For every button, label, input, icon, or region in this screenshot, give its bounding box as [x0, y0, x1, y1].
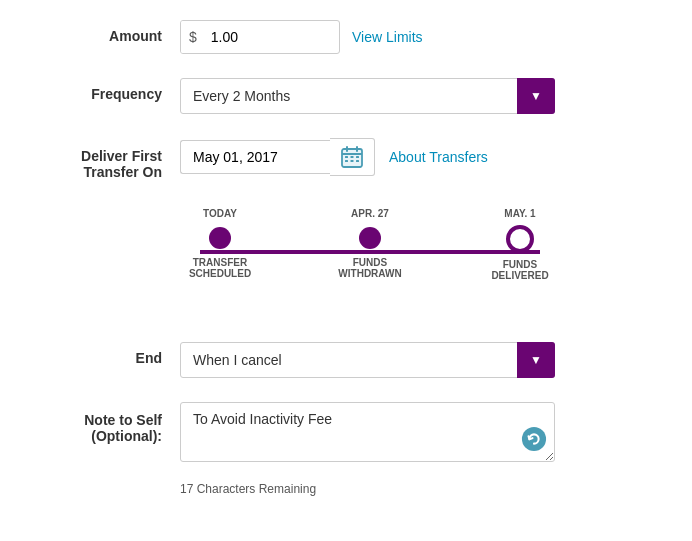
chars-remaining: 17 Characters Remaining [180, 482, 316, 496]
svg-rect-9 [356, 160, 359, 162]
amount-input[interactable] [205, 21, 315, 53]
note-textarea[interactable]: To Avoid Inactivity Fee [180, 402, 555, 462]
transfers-label: Transfers [429, 149, 488, 165]
timeline-dot-apr27 [359, 227, 381, 249]
date-input[interactable] [180, 140, 330, 174]
end-row: End When I cancel On a specific date Aft… [30, 342, 662, 378]
svg-rect-6 [356, 156, 359, 158]
calendar-icon [340, 145, 364, 169]
frequency-row: Frequency Every Month Every 2 Months Eve… [30, 78, 662, 114]
deliver-first-row: Deliver First Transfer On [30, 138, 662, 318]
frequency-select-wrapper: Every Month Every 2 Months Every 3 Month… [180, 78, 555, 114]
svg-rect-7 [345, 160, 348, 162]
amount-row: Amount $ View Limits [30, 20, 662, 54]
refresh-button[interactable] [519, 424, 549, 457]
svg-rect-5 [351, 156, 354, 158]
about-label: About [389, 149, 429, 165]
svg-point-10 [522, 427, 546, 451]
note-control-area: To Avoid Inactivity Fee 17 Characters Re… [180, 402, 662, 496]
timeline-node1-date: TODAY [203, 208, 237, 219]
end-select[interactable]: When I cancel On a specific date After a… [180, 342, 555, 378]
frequency-label: Frequency [30, 78, 180, 102]
about-transfers-link[interactable]: About Transfers [389, 149, 488, 165]
timeline-section: TODAY TRANSFER SCHEDULED APR. 27 FUNDS [180, 198, 662, 318]
deliver-first-label: Deliver First Transfer On [30, 138, 180, 180]
amount-label: Amount [30, 20, 180, 44]
amount-prefix: $ [181, 21, 205, 53]
date-input-wrapper [180, 138, 375, 176]
note-label: Note to Self (Optional): [30, 402, 180, 444]
timeline-node3-label: FUNDS DELIVERED [480, 259, 560, 281]
timeline-nodes: TODAY TRANSFER SCHEDULED APR. 27 FUNDS [180, 208, 560, 281]
amount-input-wrapper: $ [180, 20, 340, 54]
timeline-node2-date: APR. 27 [351, 208, 389, 219]
timeline-node3-date: MAY. 1 [504, 208, 535, 219]
svg-rect-8 [351, 160, 354, 162]
date-and-link: About Transfers [180, 138, 488, 176]
svg-rect-4 [345, 156, 348, 158]
end-label: End [30, 342, 180, 366]
view-limits-link[interactable]: View Limits [352, 29, 423, 45]
deliver-first-control-area: About Transfers TODAY TRANSFER SCHEDULED [180, 138, 662, 318]
timeline-node2-label: FUNDS WITHDRAWN [338, 257, 401, 279]
frequency-select[interactable]: Every Month Every 2 Months Every 3 Month… [180, 78, 555, 114]
timeline-dot-may1 [506, 225, 534, 253]
timeline-node-may1: MAY. 1 FUNDS DELIVERED [480, 208, 560, 281]
end-control-area: When I cancel On a specific date After a… [180, 342, 662, 378]
refresh-icon [521, 426, 547, 452]
frequency-control-area: Every Month Every 2 Months Every 3 Month… [180, 78, 662, 114]
amount-control-area: $ View Limits [180, 20, 662, 54]
calendar-button[interactable] [330, 138, 375, 176]
timeline-node-apr27: APR. 27 FUNDS WITHDRAWN [330, 208, 410, 279]
timeline-dot-today [209, 227, 231, 249]
timeline-node1-label: TRANSFER SCHEDULED [189, 257, 251, 279]
note-row: Note to Self (Optional): To Avoid Inacti… [30, 402, 662, 496]
note-textarea-wrapper: To Avoid Inactivity Fee [180, 402, 555, 465]
svg-rect-1 [342, 153, 362, 155]
timeline-node-today: TODAY TRANSFER SCHEDULED [180, 208, 260, 279]
end-select-wrapper: When I cancel On a specific date After a… [180, 342, 555, 378]
